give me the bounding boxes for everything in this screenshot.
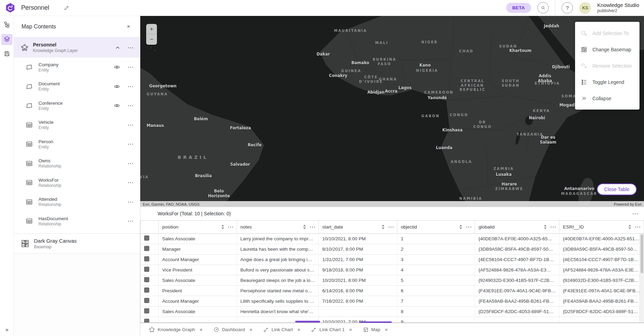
tab-link-chart-1[interactable]: Link Chart 1×	[307, 323, 357, 336]
tab-knowledge-graph[interactable]: Knowledge Graph×	[144, 323, 207, 336]
layer-item-conference[interactable]: ConferenceEntity⋯	[14, 96, 140, 115]
layer-options-button[interactable]: ⋯	[127, 122, 134, 128]
layer-options-button[interactable]: ⋯	[127, 180, 134, 186]
column-header-position[interactable]: position⋯	[159, 221, 237, 233]
close-table-button[interactable]: Close Table	[597, 183, 637, 195]
row-checkbox[interactable]	[144, 267, 149, 272]
table-cell: 5	[397, 275, 475, 285]
column-options-button[interactable]: ⋯	[550, 224, 556, 230]
edit-title-button[interactable]	[64, 5, 70, 11]
tab-link-chart[interactable]: Link Chart×	[259, 323, 305, 336]
tab-label: Link Chart	[272, 327, 293, 332]
layer-item-attended[interactable]: AttendedRelationship⋯	[14, 192, 140, 212]
sort-icon[interactable]	[382, 225, 385, 229]
sort-icon[interactable]	[459, 225, 462, 229]
rail-button-orgchart[interactable]	[1, 19, 12, 31]
table-row[interactable]: Account ManagerAngie does a great job br…	[141, 254, 644, 265]
column-header-notes[interactable]: notes⋯	[237, 221, 318, 233]
layer-options-button[interactable]: ⋯	[127, 141, 134, 147]
row-checkbox[interactable]	[144, 235, 149, 241]
zoom-in-button[interactable]: +	[146, 24, 157, 34]
table-row[interactable]: Vice PresidentBuford is very passionate …	[141, 265, 644, 275]
column-options-button[interactable]: ⋯	[228, 224, 234, 230]
column-header-start-date[interactable]: start_date⋯	[319, 221, 397, 233]
column-header-objectid[interactable]: objectid⋯	[397, 221, 475, 233]
table-icon	[25, 198, 33, 206]
column-options-button[interactable]: ⋯	[309, 224, 316, 230]
basemap-item[interactable]: Dark Gray Canvas Basemap	[14, 233, 140, 254]
table-row[interactable]: PresidentPersephone started new metal o……	[141, 285, 644, 296]
layer-item-worksfor[interactable]: WorksForRelationship⋯	[14, 173, 140, 192]
column-header-globalid[interactable]: globalid⋯	[475, 221, 559, 233]
layer-item-person[interactable]: PersonEntity⋯	[14, 135, 140, 154]
layer-options-button[interactable]: ⋯	[127, 84, 134, 89]
zoom-out-button[interactable]: −	[146, 34, 157, 45]
table-row[interactable]: Sales AssociateLarry joined the company …	[141, 233, 644, 244]
column-header-esri-id[interactable]: ESRI__ID⋯	[559, 221, 644, 233]
layer-item-document[interactable]: DocumentEntity⋯	[14, 77, 140, 96]
collapse-layer-icon[interactable]	[115, 46, 120, 49]
row-checkbox[interactable]	[144, 246, 149, 251]
visibility-eye-icon[interactable]	[114, 64, 120, 70]
row-checkbox[interactable]	[144, 277, 149, 282]
rail-button-layers[interactable]	[1, 34, 12, 45]
sort-icon[interactable]	[544, 225, 547, 229]
table-row[interactable]: 10/10/2021, 7:00 PM9	[141, 317, 644, 323]
sort-icon[interactable]	[303, 225, 306, 229]
layer-options-button[interactable]: ⋯	[127, 218, 134, 224]
tab-dashboard[interactable]: Dashboard×	[209, 323, 257, 336]
vertical-scrollbar[interactable]	[639, 234, 644, 323]
table-cell: {AF524884-9826-478A-A53A-E3…	[475, 265, 559, 275]
table-row[interactable]: Sales AssociateHenrietta doesn't know wh…	[141, 306, 644, 317]
layer-item-personnel[interactable]: Personnel Knowledge Graph Layer ⋯	[14, 37, 140, 58]
vertical-scrollbar-thumb[interactable]	[641, 234, 643, 273]
menu-item-collapse[interactable]: Collapse	[575, 90, 639, 106]
rail-button-save[interactable]	[1, 49, 12, 60]
layer-options-button[interactable]: ⋯	[127, 45, 134, 51]
menu-item-change-basemap[interactable]: Change Basemap	[575, 41, 639, 58]
layer-options-button[interactable]: ⋯	[127, 161, 134, 166]
table-row[interactable]: Account ManagerLilith specifically sells…	[141, 296, 644, 306]
close-tab-icon[interactable]: ×	[349, 327, 352, 332]
layer-item-hasdocument[interactable]: HasDocumentRelationship⋯	[14, 212, 140, 231]
table-cell	[159, 317, 237, 323]
layer-options-button[interactable]: ⋯	[127, 64, 134, 70]
layer-item-company[interactable]: CompanyEntity⋯	[14, 58, 140, 77]
visibility-eye-icon[interactable]	[114, 83, 120, 90]
menu-item-label: Remove Selection	[592, 63, 632, 69]
header-right: BETA ? KS Knowledge Studio publisher2	[506, 0, 639, 16]
close-tab-icon[interactable]: ×	[249, 327, 253, 332]
layer-item-vehicle[interactable]: VehicleEntity⋯	[14, 115, 140, 135]
table-icon	[25, 160, 33, 167]
help-button[interactable]: ?	[562, 2, 573, 14]
column-options-button[interactable]: ⋯	[388, 224, 394, 230]
close-tab-icon[interactable]: ×	[297, 327, 300, 332]
close-panel-icon[interactable]: ×	[125, 23, 132, 30]
layer-options-button[interactable]: ⋯	[127, 199, 134, 205]
layer-text: ConferenceEntity	[38, 101, 63, 111]
column-options-button[interactable]: ⋯	[635, 224, 641, 230]
layer-options-button[interactable]: ⋯	[127, 103, 134, 109]
avatar[interactable]: KS	[579, 2, 591, 14]
row-checkbox[interactable]	[144, 256, 149, 261]
visibility-eye-icon[interactable]	[114, 102, 120, 109]
rail-collapse-button[interactable]: »	[0, 326, 14, 333]
table-row[interactable]: Sales AssociateBeauregard sleeps on the …	[141, 275, 644, 285]
row-checkbox[interactable]	[144, 287, 149, 293]
close-tab-icon[interactable]: ×	[385, 327, 388, 332]
close-tab-icon[interactable]: ×	[200, 327, 203, 332]
menu-item-toggle-legend[interactable]: Toggle Legend	[575, 74, 639, 90]
column-options-button[interactable]: ⋯	[466, 224, 472, 230]
table-cell: Lauretta has been with the comp…	[237, 244, 318, 254]
layer-item-owns[interactable]: OwnsRelationship⋯	[14, 154, 140, 173]
row-checkbox[interactable]	[144, 308, 149, 313]
sort-icon[interactable]	[221, 225, 224, 229]
search-button[interactable]	[537, 2, 549, 14]
table-options-button[interactable]: ⋯	[632, 211, 638, 217]
table-cell: 6	[397, 285, 475, 296]
tab-map[interactable]: Map×	[359, 323, 392, 336]
sort-icon[interactable]	[628, 225, 631, 229]
map-view[interactable]: DakarMAURITANIAMALINIGERCHADSUDANKhartou…	[140, 16, 644, 207]
row-checkbox[interactable]	[144, 298, 149, 303]
table-row[interactable]: ManagerLauretta has been with the comp…8…	[141, 244, 644, 254]
